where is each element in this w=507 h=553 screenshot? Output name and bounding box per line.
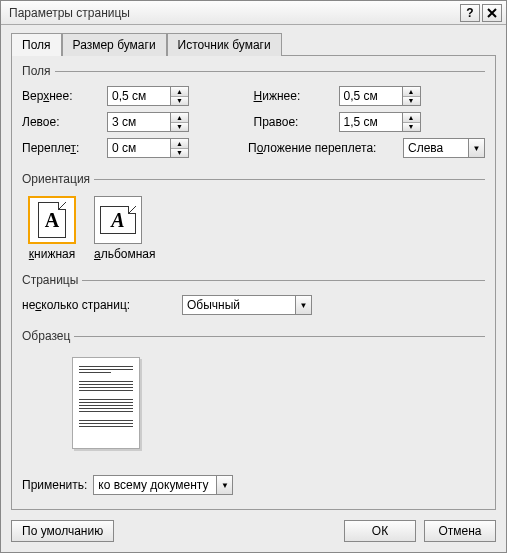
- portrait-page-icon: A: [38, 202, 66, 238]
- chevron-down-icon[interactable]: ▼: [295, 296, 311, 314]
- chevron-down-icon[interactable]: ▼: [216, 476, 232, 494]
- orientation-legend: Ориентация: [22, 172, 94, 186]
- top-spinner[interactable]: ▲▼: [107, 86, 189, 106]
- multi-pages-label: несколько страниц:: [22, 298, 182, 312]
- bottom-spinner[interactable]: ▲▼: [339, 86, 421, 106]
- apply-row: Применить: ко всему документу ▼: [22, 471, 485, 499]
- spinner-down-icon[interactable]: ▼: [171, 149, 188, 158]
- apply-value: ко всему документу: [94, 476, 216, 494]
- right-input[interactable]: [340, 113, 402, 131]
- top-label: Верхнее:: [22, 89, 107, 103]
- pages-legend: Страницы: [22, 273, 82, 287]
- close-button[interactable]: [482, 4, 502, 22]
- spinner-up-icon[interactable]: ▲: [403, 87, 420, 97]
- left-label: Левое:: [22, 115, 107, 129]
- client-area: Поля Размер бумаги Источник бумаги Поля …: [1, 25, 506, 552]
- multi-pages-select[interactable]: Обычный ▼: [182, 295, 312, 315]
- spinner-up-icon[interactable]: ▲: [403, 113, 420, 123]
- gutterpos-label: Положение переплета:: [248, 141, 403, 155]
- spinner-down-icon[interactable]: ▼: [171, 97, 188, 106]
- landscape-label: альбомная: [94, 247, 156, 261]
- tab-paper[interactable]: Размер бумаги: [62, 33, 167, 56]
- multi-pages-value: Обычный: [183, 296, 295, 314]
- page-setup-dialog: Параметры страницы ? Поля Размер бумаги …: [0, 0, 507, 553]
- spinner-down-icon[interactable]: ▼: [171, 123, 188, 132]
- left-input[interactable]: [108, 113, 170, 131]
- tab-panel: Поля Верхнее: ▲▼ Нижнее: ▲▼: [11, 55, 496, 510]
- ok-button[interactable]: ОК: [344, 520, 416, 542]
- spinner-up-icon[interactable]: ▲: [171, 87, 188, 97]
- apply-select[interactable]: ко всему документу ▼: [93, 475, 233, 495]
- left-spinner[interactable]: ▲▼: [107, 112, 189, 132]
- default-button[interactable]: По умолчанию: [11, 520, 114, 542]
- spinner-down-icon[interactable]: ▼: [403, 97, 420, 106]
- right-label: Правое:: [254, 115, 339, 129]
- close-icon: [487, 8, 497, 18]
- button-bar: По умолчанию ОК Отмена: [11, 510, 496, 542]
- window-title: Параметры страницы: [9, 6, 458, 20]
- tab-source[interactable]: Источник бумаги: [167, 33, 282, 56]
- orientation-group: Ориентация A книжная A альбомная: [22, 172, 485, 265]
- orientation-landscape[interactable]: A альбомная: [94, 196, 156, 261]
- help-button[interactable]: ?: [460, 4, 480, 22]
- gutter-label: Переплет:: [22, 141, 107, 155]
- spinner-down-icon[interactable]: ▼: [403, 123, 420, 132]
- pages-group: Страницы несколько страниц: Обычный ▼: [22, 273, 485, 321]
- sample-group: Образец: [22, 329, 485, 455]
- cancel-button[interactable]: Отмена: [424, 520, 496, 542]
- spinner-up-icon[interactable]: ▲: [171, 139, 188, 149]
- orientation-portrait[interactable]: A книжная: [28, 196, 76, 261]
- margins-legend: Поля: [22, 64, 55, 78]
- sample-legend: Образец: [22, 329, 74, 343]
- tab-strip: Поля Размер бумаги Источник бумаги: [11, 33, 496, 56]
- margins-group: Поля Верхнее: ▲▼ Нижнее: ▲▼: [22, 64, 485, 164]
- gutterpos-value: Слева: [404, 139, 468, 157]
- top-input[interactable]: [108, 87, 170, 105]
- gutter-spinner[interactable]: ▲▼: [107, 138, 189, 158]
- landscape-page-icon: A: [100, 206, 136, 234]
- gutterpos-select[interactable]: Слева ▼: [403, 138, 485, 158]
- spinner-up-icon[interactable]: ▲: [171, 113, 188, 123]
- chevron-down-icon[interactable]: ▼: [468, 139, 484, 157]
- bottom-label: Нижнее:: [254, 89, 339, 103]
- bottom-input[interactable]: [340, 87, 402, 105]
- portrait-label: книжная: [28, 247, 76, 261]
- titlebar: Параметры страницы ?: [1, 1, 506, 25]
- tab-margins[interactable]: Поля: [11, 33, 62, 56]
- sample-preview-icon: [72, 357, 140, 449]
- apply-label: Применить:: [22, 478, 87, 492]
- right-spinner[interactable]: ▲▼: [339, 112, 421, 132]
- gutter-input[interactable]: [108, 139, 170, 157]
